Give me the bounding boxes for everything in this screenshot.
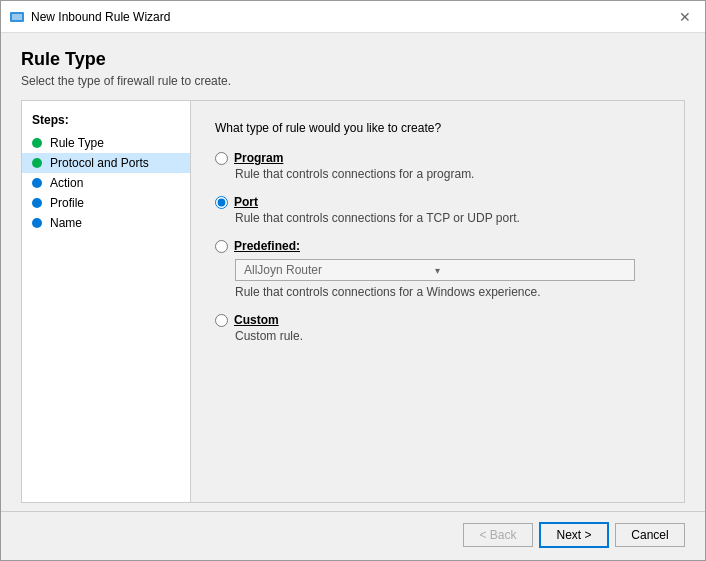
steps-label: Steps:	[22, 109, 190, 133]
dot-protocol-ports	[32, 158, 42, 168]
label-custom[interactable]: Custom	[234, 313, 279, 327]
page-title: Rule Type	[21, 49, 685, 70]
wizard-window: New Inbound Rule Wizard ✕ Rule Type Sele…	[0, 0, 706, 561]
sidebar: Steps: Rule Type Protocol and Ports Acti…	[21, 100, 191, 503]
label-predefined-bold: Predefined:	[234, 239, 300, 253]
sidebar-item-protocol-ports[interactable]: Protocol and Ports	[22, 153, 190, 173]
desc-custom: Custom rule.	[235, 329, 660, 343]
sidebar-item-name[interactable]: Name	[22, 213, 190, 233]
label-port[interactable]: Port	[234, 195, 258, 209]
label-program[interactable]: Program	[234, 151, 283, 165]
chevron-down-icon: ▾	[435, 265, 626, 276]
close-button[interactable]: ✕	[673, 5, 697, 29]
option-port: Port Rule that controls connections for …	[215, 195, 660, 225]
radio-custom[interactable]	[215, 314, 228, 327]
sidebar-item-action[interactable]: Action	[22, 173, 190, 193]
sidebar-label-protocol-ports: Protocol and Ports	[50, 156, 149, 170]
option-program: Program Rule that controls connections f…	[215, 151, 660, 181]
dot-rule-type	[32, 138, 42, 148]
svg-rect-1	[12, 14, 22, 20]
option-custom: Custom Custom rule.	[215, 313, 660, 343]
sidebar-item-rule-type[interactable]: Rule Type	[22, 133, 190, 153]
radio-program[interactable]	[215, 152, 228, 165]
cancel-button[interactable]: Cancel	[615, 523, 685, 547]
next-button[interactable]: Next >	[539, 522, 609, 548]
predefined-dropdown[interactable]: AllJoyn Router ▾	[235, 259, 635, 281]
content-area: Rule Type Select the type of firewall ru…	[1, 33, 705, 511]
right-panel: What type of rule would you like to crea…	[191, 100, 685, 503]
predefined-dropdown-value: AllJoyn Router	[244, 263, 435, 277]
sidebar-label-action: Action	[50, 176, 83, 190]
window-title: New Inbound Rule Wizard	[31, 10, 673, 24]
option-predefined: Predefined: AllJoyn Router ▾ Rule that c…	[215, 239, 660, 299]
sidebar-label-rule-type: Rule Type	[50, 136, 104, 150]
sidebar-label-name: Name	[50, 216, 82, 230]
window-icon	[9, 9, 25, 25]
label-custom-bold: Custom	[234, 313, 279, 327]
title-bar: New Inbound Rule Wizard ✕	[1, 1, 705, 33]
dot-profile	[32, 198, 42, 208]
sidebar-label-profile: Profile	[50, 196, 84, 210]
dot-action	[32, 178, 42, 188]
desc-program: Rule that controls connections for a pro…	[235, 167, 660, 181]
dot-name	[32, 218, 42, 228]
footer: < Back Next > Cancel	[1, 511, 705, 560]
main-body: Steps: Rule Type Protocol and Ports Acti…	[21, 100, 685, 503]
sidebar-item-profile[interactable]: Profile	[22, 193, 190, 213]
label-predefined[interactable]: Predefined:	[234, 239, 300, 253]
question-text: What type of rule would you like to crea…	[215, 121, 660, 135]
page-subtitle: Select the type of firewall rule to crea…	[21, 74, 685, 88]
label-program-bold: Program	[234, 151, 283, 165]
desc-predefined: Rule that controls connections for a Win…	[235, 285, 660, 299]
label-port-bold: Port	[234, 195, 258, 209]
desc-port: Rule that controls connections for a TCP…	[235, 211, 660, 225]
back-button[interactable]: < Back	[463, 523, 533, 547]
radio-port[interactable]	[215, 196, 228, 209]
radio-predefined[interactable]	[215, 240, 228, 253]
